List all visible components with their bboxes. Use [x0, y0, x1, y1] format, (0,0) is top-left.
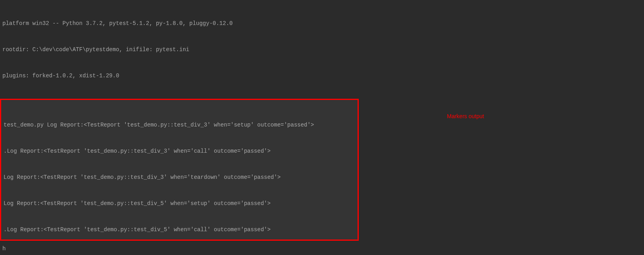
markers-output-box: test_demo.py Log Report:<TestReport 'tes… [0, 99, 359, 241]
log-report-line: test_demo.py Log Report:<TestReport 'tes… [4, 121, 355, 129]
tail-char: h [2, 244, 6, 253]
platform-line: platform win32 -- Python 3.7.2, pytest-5… [2, 19, 642, 28]
plugins-line: plugins: forked-1.0.2, xdist-1.29.0 [2, 71, 642, 80]
rootdir-line: rootdir: C:\dev\code\ATF\pytestdemo, ini… [2, 45, 642, 54]
annotation-label: Markers output [447, 112, 484, 121]
log-report-line: Log Report:<TestReport 'test_demo.py::te… [4, 173, 355, 182]
log-report-line: .Log Report:<TestReport 'test_demo.py::t… [4, 225, 355, 234]
log-report-line: Log Report:<TestReport 'test_demo.py::te… [4, 199, 355, 208]
log-report-line: .Log Report:<TestReport 'test_demo.py::t… [4, 147, 355, 155]
